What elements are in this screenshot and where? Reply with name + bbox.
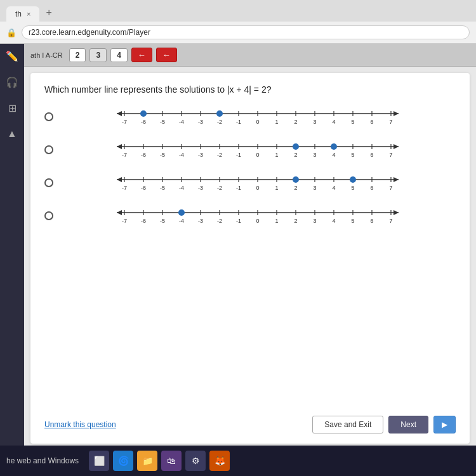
tab-bar: th × + xyxy=(0,0,476,22)
back-button[interactable]: ← xyxy=(131,48,152,62)
number-line-svg-a: -7 -6 -5 -4 -3 -2 -1 0 1 2 3 4 5 xyxy=(60,105,456,129)
svg-text:-2: -2 xyxy=(217,152,222,158)
svg-text:-1: -1 xyxy=(236,218,241,224)
svg-text:-7: -7 xyxy=(122,185,127,191)
svg-text:-6: -6 xyxy=(141,119,146,125)
app-container: ✏️ 🎧 ⊞ ▲ ath I A-CR 2 3 4 ← ← Which numb… xyxy=(0,44,476,450)
number-line-c: -7 -6 -5 -4 -3 -2 -1 0 1 2 3 4 5 xyxy=(60,171,456,195)
pencil-icon[interactable]: ✏️ xyxy=(3,48,21,65)
svg-text:4: 4 xyxy=(332,119,335,125)
svg-text:-7: -7 xyxy=(122,119,127,125)
content-panel: Which number line represents the solutio… xyxy=(30,73,470,444)
svg-text:-4: -4 xyxy=(179,152,184,158)
main-area: ath I A-CR 2 3 4 ← ← Which number line r… xyxy=(24,44,476,450)
svg-text:1: 1 xyxy=(275,185,278,191)
option-row-d[interactable]: -7 -6 -5 -4 -3 -2 -1 0 1 2 3 4 5 xyxy=(44,204,456,228)
svg-text:7: 7 xyxy=(389,185,392,191)
svg-point-138 xyxy=(178,209,185,216)
svg-text:-4: -4 xyxy=(179,185,184,191)
svg-text:0: 0 xyxy=(256,185,259,191)
svg-text:-7: -7 xyxy=(122,152,127,158)
forward-button[interactable]: ← xyxy=(156,48,177,62)
svg-text:-4: -4 xyxy=(179,218,184,224)
number-line-svg-b: -7 -6 -5 -4 -3 -2 -1 0 1 2 3 4 5 xyxy=(60,138,456,162)
new-tab-button[interactable]: + xyxy=(39,4,58,22)
question-text: Which number line represents the solutio… xyxy=(44,84,456,95)
option-row-b[interactable]: -7 -6 -5 -4 -3 -2 -1 0 1 2 3 4 5 xyxy=(44,138,456,162)
svg-marker-37 xyxy=(117,144,122,149)
toolbar-btn-3[interactable]: 3 xyxy=(89,48,107,62)
browser-chrome: th × + 🔒 r23.core.learn.edgenuity.com/Pl… xyxy=(0,0,476,44)
svg-text:-1: -1 xyxy=(236,119,241,125)
svg-text:3: 3 xyxy=(313,119,316,125)
address-bar-row: 🔒 r23.core.learn.edgenuity.com/Player xyxy=(0,22,476,44)
svg-text:4: 4 xyxy=(332,218,335,224)
svg-text:-2: -2 xyxy=(217,218,222,224)
lock-icon: 🔒 xyxy=(6,28,17,37)
option-row-a[interactable]: -7 -6 -5 -4 -3 -2 -1 0 1 2 3 4 5 xyxy=(44,105,456,129)
number-line-b: -7 -6 -5 -4 -3 -2 -1 0 1 2 3 4 5 xyxy=(60,138,456,162)
svg-marker-36 xyxy=(393,144,399,149)
taskbar-store-icon[interactable]: 🛍 xyxy=(161,451,182,471)
svg-marker-71 xyxy=(393,177,399,182)
svg-marker-1 xyxy=(393,111,399,116)
svg-text:3: 3 xyxy=(313,218,316,224)
taskbar: he web and Windows ⬜ 🌀 📁 🛍 ⚙ 🦊 xyxy=(0,446,476,476)
number-line-svg-c: -7 -6 -5 -4 -3 -2 -1 0 1 2 3 4 5 xyxy=(60,171,456,195)
svg-text:2: 2 xyxy=(294,218,297,224)
svg-text:6: 6 xyxy=(370,218,373,224)
headphone-icon[interactable]: 🎧 xyxy=(3,74,21,91)
bottom-buttons: Save and Exit Next ▶ xyxy=(312,416,456,433)
tab-close-button[interactable]: × xyxy=(27,10,30,18)
radio-c[interactable] xyxy=(44,178,53,187)
svg-point-103 xyxy=(293,176,299,183)
up-arrow-icon[interactable]: ▲ xyxy=(4,126,20,142)
toolbar-btn-4[interactable]: 4 xyxy=(110,48,128,62)
svg-text:5: 5 xyxy=(351,185,354,191)
address-bar[interactable]: r23.core.learn.edgenuity.com/Player xyxy=(22,25,470,39)
toolbar-btn-2[interactable]: 2 xyxy=(69,48,86,62)
svg-text:-5: -5 xyxy=(160,119,165,125)
svg-text:0: 0 xyxy=(256,119,259,125)
svg-text:6: 6 xyxy=(370,185,373,191)
taskbar-firefox-icon[interactable]: 🦊 xyxy=(209,451,230,471)
svg-text:-6: -6 xyxy=(141,152,146,158)
next-button[interactable]: Next xyxy=(388,416,428,433)
tab-title: th xyxy=(15,10,22,18)
svg-text:2: 2 xyxy=(294,185,297,191)
svg-text:-3: -3 xyxy=(198,185,203,191)
svg-text:1: 1 xyxy=(275,152,278,158)
active-tab[interactable]: th × xyxy=(6,6,39,22)
unmark-link[interactable]: Unmark this question xyxy=(44,420,116,429)
svg-point-34 xyxy=(216,110,223,117)
taskbar-search-text: he web and Windows xyxy=(6,456,79,465)
svg-text:1: 1 xyxy=(275,218,278,224)
svg-text:-4: -4 xyxy=(179,119,184,125)
svg-text:-5: -5 xyxy=(160,218,165,224)
toolbar: ath I A-CR 2 3 4 ← ← xyxy=(24,44,476,67)
svg-text:7: 7 xyxy=(389,152,392,158)
svg-text:6: 6 xyxy=(370,119,373,125)
svg-text:3: 3 xyxy=(313,152,316,158)
svg-marker-2 xyxy=(117,111,122,116)
svg-text:1: 1 xyxy=(275,119,278,125)
bottom-bar: Unmark this question Save and Exit Next … xyxy=(44,407,456,433)
number-line-svg-d: -7 -6 -5 -4 -3 -2 -1 0 1 2 3 4 5 xyxy=(60,204,456,228)
radio-d[interactable] xyxy=(44,211,53,220)
taskbar-apps-icon[interactable]: ⚙ xyxy=(185,451,206,471)
svg-text:5: 5 xyxy=(351,218,354,224)
svg-text:-6: -6 xyxy=(141,218,146,224)
taskbar-window-icon[interactable]: ⬜ xyxy=(89,451,109,471)
taskbar-edge-icon[interactable]: 🌀 xyxy=(113,451,133,471)
radio-b[interactable] xyxy=(44,145,53,154)
grid-icon[interactable]: ⊞ xyxy=(6,100,19,117)
option-row-c[interactable]: -7 -6 -5 -4 -3 -2 -1 0 1 2 3 4 5 xyxy=(44,171,456,195)
breadcrumb: ath I A-CR xyxy=(30,51,63,59)
next-arrow-button[interactable]: ▶ xyxy=(433,416,456,433)
svg-point-104 xyxy=(350,176,356,183)
save-exit-button[interactable]: Save and Exit xyxy=(312,416,383,433)
radio-a[interactable] xyxy=(44,112,53,121)
svg-point-33 xyxy=(140,110,147,117)
taskbar-folder-icon[interactable]: 📁 xyxy=(137,451,157,471)
svg-marker-106 xyxy=(393,210,399,215)
